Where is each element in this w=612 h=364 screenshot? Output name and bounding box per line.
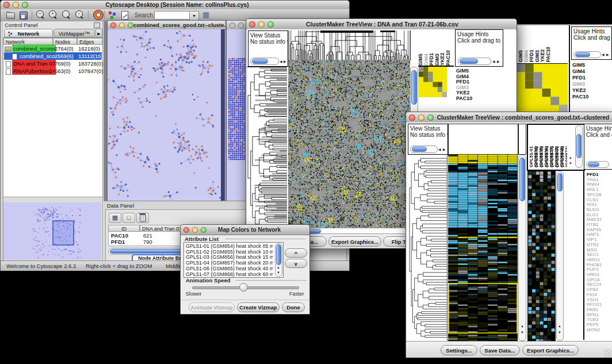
column-label[interactable]: PAC10 xyxy=(546,28,552,62)
zoom-window-icon[interactable] xyxy=(427,114,434,121)
export-graphics-button[interactable]: Export Graphics... xyxy=(522,345,579,355)
attribute-list[interactable]: GPL51-01 (GSM854) heat shock 05 minGPL51… xyxy=(186,244,273,277)
move-up-button[interactable]: ^ xyxy=(285,248,307,258)
gene-label[interactable]: RPN1 xyxy=(587,313,612,318)
gene-label[interactable]: GIM3 xyxy=(572,81,610,87)
gene-label[interactable]: PFD1 xyxy=(572,75,610,81)
scrollbar-thumb[interactable] xyxy=(588,162,599,167)
treeview-dna-title-bar[interactable]: ClusterMaker TreeView : DNA and Tran 07-… xyxy=(246,19,517,30)
usage-hints-hscrollbar[interactable] xyxy=(573,51,601,58)
minimize-icon[interactable] xyxy=(418,114,424,121)
gene-label[interactable]: TCB3 xyxy=(587,317,612,323)
scrollbar-thumb[interactable] xyxy=(460,59,478,64)
main-title-bar[interactable]: Cytoscape Desktop (Session Name: collins… xyxy=(1,1,349,10)
scroll-left-icon[interactable]: ◀ xyxy=(280,60,282,63)
scroll-right-icon[interactable]: ▶ xyxy=(606,53,609,56)
scroll-left-icon[interactable]: ◀ xyxy=(492,60,495,63)
view-status-hscrollbar[interactable] xyxy=(250,58,279,65)
zoom-window-icon[interactable] xyxy=(128,22,133,28)
zoom-window-icon[interactable] xyxy=(201,227,206,233)
attribute-item[interactable]: GPL51-06 (GSM865) heat shock 40 min xyxy=(186,266,273,272)
column-label[interactable]: GPL51-08 (GSM872) xyxy=(560,125,565,167)
treeview-dna-gene-list[interactable]: GIM5GIM4PFD1GIM3YKE2PAC10 xyxy=(456,68,502,114)
heatmap-canvas[interactable] xyxy=(288,60,410,228)
close-icon[interactable] xyxy=(3,2,10,8)
vizmapper-icon[interactable] xyxy=(108,10,117,20)
search-dropdown-button[interactable]: ▼ xyxy=(189,11,199,21)
select-attributes-button[interactable]: ▦ xyxy=(109,213,121,223)
scroll-right-icon[interactable]: ▶ xyxy=(284,60,286,63)
delete-attribute-button[interactable] xyxy=(136,213,149,223)
gene-label[interactable]: GIM5 xyxy=(572,62,610,68)
help-lifering-icon[interactable] xyxy=(94,10,103,20)
gene-label[interactable]: YKE2 xyxy=(572,87,610,94)
data-cell-value[interactable]: 790 xyxy=(143,239,152,245)
labels-vscrollbar[interactable] xyxy=(575,125,583,168)
network-view-2-title-bar[interactable] xyxy=(227,21,247,30)
gene-label[interactable]: PEP5 xyxy=(587,323,612,328)
scroll-down-icon[interactable]: ▼ xyxy=(569,162,572,165)
attribute-item[interactable]: GPL51-03 (GSM856) heat shock 15 min xyxy=(186,255,273,260)
settings-button[interactable]: Settings... xyxy=(441,345,477,355)
tab-vizmapper[interactable]: VizMapper™ xyxy=(53,29,95,37)
scroll-up-icon[interactable]: ▲ xyxy=(558,324,561,328)
gene-label[interactable]: MSL1 xyxy=(587,187,612,193)
network-canvas[interactable] xyxy=(108,29,221,206)
gene-label[interactable]: MAK31 xyxy=(587,217,612,223)
gene-label[interactable]: PUF3 xyxy=(587,267,612,273)
gene-label[interactable]: PFD1 xyxy=(456,79,502,85)
scroll-down-icon[interactable]: ▼ xyxy=(277,271,280,274)
scroll-left-icon[interactable]: ◀ xyxy=(602,53,605,56)
scrollbar-thumb[interactable] xyxy=(557,173,563,191)
network-overview-canvas[interactable] xyxy=(3,202,101,260)
zoom-window-icon[interactable] xyxy=(267,21,274,28)
gene-label[interactable]: PHO81 xyxy=(587,263,612,268)
gene-label[interactable]: YRA1 xyxy=(587,178,612,183)
attribute-browser-icon[interactable]: ▦ xyxy=(202,10,209,20)
zoom-fit-icon[interactable]: ▫ xyxy=(75,10,85,20)
animation-slider-thumb[interactable] xyxy=(239,283,248,292)
network-row[interactable]: combined_scores_ 2764(0) 16218(0) xyxy=(4,45,102,52)
gene-label[interactable]: HRD3 xyxy=(587,273,612,278)
treeview-back-zoom-matrix[interactable] xyxy=(517,63,568,113)
scrollbar-thumb[interactable] xyxy=(575,52,590,57)
zoom-vscrollbar[interactable]: ▲ ▼ xyxy=(556,171,564,341)
gene-label[interactable]: BUD4 xyxy=(587,208,612,213)
treeview-combined-gene-list[interactable]: PFD1YRA1RNR4MSL1SPC98CLN1NIS1BUD4ELG1MAK… xyxy=(587,173,612,333)
gene-label[interactable]: FIG4 xyxy=(587,293,612,298)
treeview-combined-title-bar[interactable]: ClusterMaker TreeView : combined_scores_… xyxy=(406,112,612,123)
gene-label[interactable]: YSH1 xyxy=(587,298,612,303)
close-icon[interactable] xyxy=(183,227,189,233)
move-down-button[interactable]: v xyxy=(285,259,307,268)
usage-hints-hscrollbar[interactable] xyxy=(458,58,491,65)
create-vizmap-button[interactable]: Create Vizmap xyxy=(237,302,280,312)
column-dendrogram-canvas[interactable] xyxy=(288,30,411,60)
export-graphics-button[interactable]: Export Graphics... xyxy=(328,236,381,247)
zoom-heatmap-canvas[interactable] xyxy=(527,171,556,342)
close-icon[interactable] xyxy=(110,22,116,28)
scrollbar-thumb[interactable] xyxy=(576,134,582,158)
gene-label[interactable]: SPC98 xyxy=(587,193,612,198)
close-icon[interactable] xyxy=(409,114,415,121)
attribute-list-vscrollbar[interactable]: ▲ ▼ xyxy=(275,243,282,277)
resize-grip[interactable] xyxy=(604,349,611,357)
network-row-selected[interactable]: combined_sco 2569(6) 13112(15) xyxy=(4,52,102,60)
zoom-out-icon[interactable]: − xyxy=(36,10,45,20)
gene-label[interactable]: GIM4 xyxy=(456,74,502,80)
close-icon[interactable] xyxy=(230,22,235,28)
minimize-icon[interactable] xyxy=(192,227,198,233)
gene-label[interactable]: GIM4 xyxy=(572,68,610,75)
data-column-id[interactable]: ID xyxy=(108,225,140,232)
dialog-title-bar[interactable]: Map Colors to Network xyxy=(181,225,309,235)
gene-label[interactable]: KAP95 xyxy=(587,228,612,233)
zoom-matrix-canvas[interactable] xyxy=(419,67,447,97)
gene-label[interactable]: CLN1 xyxy=(587,198,612,203)
scrollbar-thumb[interactable] xyxy=(276,244,281,265)
minimize-icon[interactable] xyxy=(13,2,19,8)
zoom-in-icon[interactable]: + xyxy=(49,10,58,20)
network-view-scroll-strip[interactable] xyxy=(221,29,225,206)
gene-label[interactable]: PFD1 xyxy=(587,173,612,178)
view-status-hscrollbar[interactable] xyxy=(410,145,438,153)
gene-label[interactable]: PAC10 xyxy=(456,96,502,102)
data-cell-id[interactable]: PFD1 xyxy=(111,239,125,245)
